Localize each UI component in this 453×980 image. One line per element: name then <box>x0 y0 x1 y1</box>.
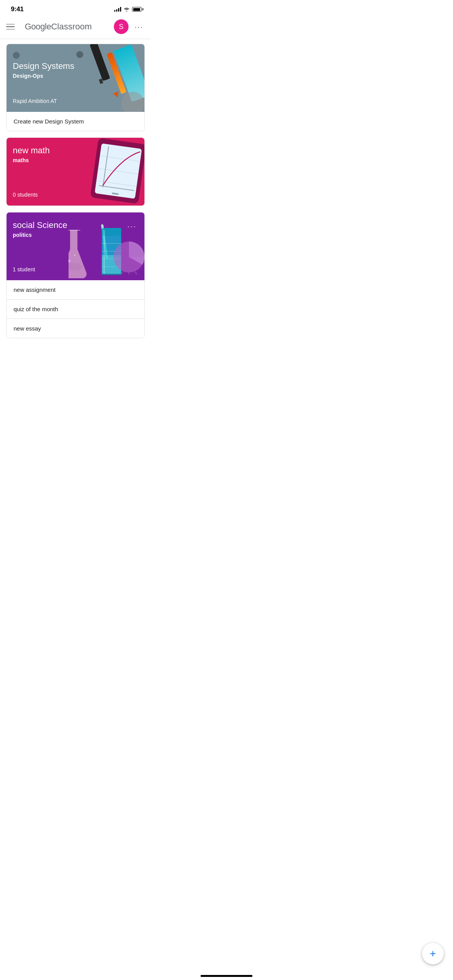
course-action-new-assignment[interactable]: new assignment <box>7 280 144 299</box>
course-banner-new-math[interactable]: new math maths ··· 0 students <box>7 138 144 206</box>
signal-icon <box>114 7 121 12</box>
deco-circle <box>13 52 20 59</box>
course-card-design-systems: Design Systems Design-Ops ··· Rapid Ambi… <box>6 44 145 131</box>
course-action-essay[interactable]: new essay <box>7 319 144 338</box>
course-card-social-science: social Science politics ··· 1 student ne… <box>6 212 145 338</box>
logo-classroom-text: Classroom <box>51 22 92 32</box>
course-banner-design-systems[interactable]: Design Systems Design-Ops ··· Rapid Ambi… <box>7 44 144 112</box>
courses-list: Design Systems Design-Ops ··· Rapid Ambi… <box>0 39 151 375</box>
course-actions-design-systems: Create new Design System <box>7 112 144 131</box>
status-bar: 9:41 <box>0 0 151 16</box>
more-menu-button[interactable]: ··· <box>133 21 145 33</box>
status-icons <box>114 7 143 12</box>
svg-line-13 <box>119 272 123 274</box>
action-label: Create new Design System <box>14 118 84 125</box>
math-illustration <box>69 138 144 206</box>
avatar[interactable]: S <box>114 19 129 34</box>
course-actions-social-science: new assignment quiz of the month new ess… <box>7 280 144 338</box>
battery-icon <box>132 7 143 12</box>
course-action-quiz[interactable]: quiz of the month <box>7 299 144 319</box>
course-action-create-design-system[interactable]: Create new Design System <box>7 112 144 131</box>
header: Google Classroom S ··· <box>0 16 151 39</box>
svg-point-2 <box>74 254 76 256</box>
design-systems-illustration <box>69 44 144 112</box>
app-logo: Google Classroom <box>25 22 109 32</box>
logo-google-text: Google <box>25 22 51 32</box>
action-label-assignment: new assignment <box>14 286 55 293</box>
menu-button[interactable] <box>6 20 20 34</box>
status-time: 9:41 <box>11 5 24 13</box>
action-label-essay: new essay <box>14 325 41 332</box>
science-illustration <box>69 212 144 280</box>
course-card-new-math: new math maths ··· 0 students <box>6 137 145 206</box>
svg-line-15 <box>135 272 139 274</box>
wifi-icon <box>124 7 130 12</box>
course-banner-social-science[interactable]: social Science politics ··· 1 student <box>7 212 144 280</box>
action-label-quiz: quiz of the month <box>14 306 58 312</box>
